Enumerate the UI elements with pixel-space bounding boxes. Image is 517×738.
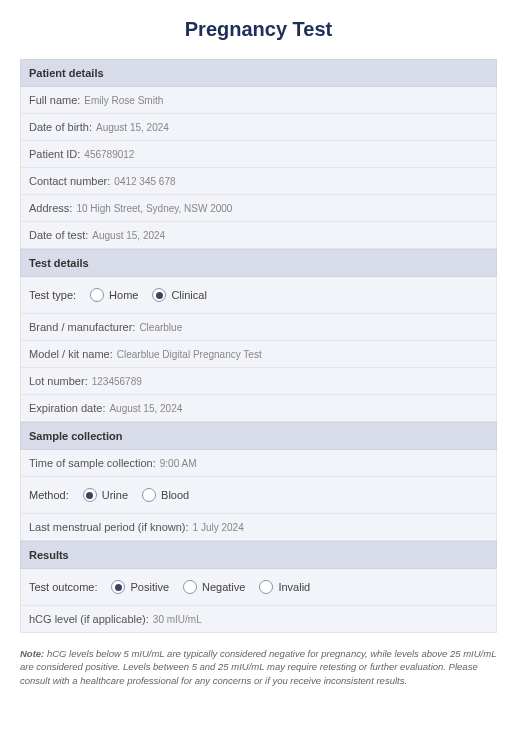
row-time: Time of sample collection: 9:00 AM (20, 450, 497, 477)
label-testtype: Test type: (29, 289, 76, 301)
row-lot: Lot number: 123456789 (20, 368, 497, 395)
row-contact: Contact number: 0412 345 678 (20, 168, 497, 195)
value-dob: August 15, 2024 (96, 122, 169, 133)
radio-icon (142, 488, 156, 502)
value-model: Clearblue Digital Pregnancy Test (117, 349, 262, 360)
note: Note: hCG levels below 5 mIU/mL are typi… (20, 647, 497, 687)
value-testdate: August 15, 2024 (92, 230, 165, 241)
radio-icon (152, 288, 166, 302)
label-contact: Contact number: (29, 175, 110, 187)
radio-label-clinical: Clinical (171, 289, 206, 301)
radio-option-invalid[interactable]: Invalid (259, 580, 310, 594)
radio-option-positive[interactable]: Positive (111, 580, 169, 594)
row-brand: Brand / manufacturer: Clearblue (20, 314, 497, 341)
label-fullname: Full name: (29, 94, 80, 106)
value-lmp: 1 July 2024 (193, 522, 244, 533)
radio-option-home[interactable]: Home (90, 288, 138, 302)
row-testtype: Test type: Home Clinical (20, 277, 497, 314)
radio-label-urine: Urine (102, 489, 128, 501)
label-expiration: Expiration date: (29, 402, 105, 414)
radio-option-urine[interactable]: Urine (83, 488, 128, 502)
row-fullname: Full name: Emily Rose Smith (20, 87, 497, 114)
note-label: Note: (20, 648, 44, 659)
row-hcg: hCG level (if applicable): 30 mIU/mL (20, 606, 497, 633)
label-address: Address: (29, 202, 72, 214)
row-outcome: Test outcome: Positive Negative Invalid (20, 569, 497, 606)
label-hcg: hCG level (if applicable): (29, 613, 149, 625)
label-patientid: Patient ID: (29, 148, 80, 160)
radio-label-invalid: Invalid (278, 581, 310, 593)
row-method: Method: Urine Blood (20, 477, 497, 514)
value-lot: 123456789 (92, 376, 142, 387)
radio-icon (111, 580, 125, 594)
row-expiration: Expiration date: August 15, 2024 (20, 395, 497, 422)
value-patientid: 456789012 (84, 149, 134, 160)
radio-label-positive: Positive (130, 581, 169, 593)
label-method: Method: (29, 489, 69, 501)
value-address: 10 High Street, Sydney, NSW 2000 (76, 203, 232, 214)
note-text: hCG levels below 5 mIU/mL are typically … (20, 648, 496, 686)
section-header-test: Test details (20, 249, 497, 277)
section-header-sample: Sample collection (20, 422, 497, 450)
value-fullname: Emily Rose Smith (84, 95, 163, 106)
label-brand: Brand / manufacturer: (29, 321, 135, 333)
row-testdate: Date of test: August 15, 2024 (20, 222, 497, 249)
label-testdate: Date of test: (29, 229, 88, 241)
value-expiration: August 15, 2024 (109, 403, 182, 414)
radio-group-testtype: Home Clinical (90, 288, 207, 302)
radio-label-home: Home (109, 289, 138, 301)
radio-icon (90, 288, 104, 302)
radio-label-blood: Blood (161, 489, 189, 501)
radio-icon (259, 580, 273, 594)
section-header-patient: Patient details (20, 59, 497, 87)
radio-group-outcome: Positive Negative Invalid (111, 580, 310, 594)
value-brand: Clearblue (139, 322, 182, 333)
radio-icon (83, 488, 97, 502)
radio-label-negative: Negative (202, 581, 245, 593)
value-contact: 0412 345 678 (114, 176, 175, 187)
label-model: Model / kit name: (29, 348, 113, 360)
radio-group-method: Urine Blood (83, 488, 189, 502)
row-patientid: Patient ID: 456789012 (20, 141, 497, 168)
label-lot: Lot number: (29, 375, 88, 387)
row-lmp: Last menstrual period (if known): 1 July… (20, 514, 497, 541)
label-time: Time of sample collection: (29, 457, 156, 469)
label-outcome: Test outcome: (29, 581, 97, 593)
label-lmp: Last menstrual period (if known): (29, 521, 189, 533)
section-header-results: Results (20, 541, 497, 569)
label-dob: Date of birth: (29, 121, 92, 133)
radio-icon (183, 580, 197, 594)
radio-option-negative[interactable]: Negative (183, 580, 245, 594)
page-title: Pregnancy Test (20, 18, 497, 41)
row-address: Address: 10 High Street, Sydney, NSW 200… (20, 195, 497, 222)
value-hcg: 30 mIU/mL (153, 614, 202, 625)
row-model: Model / kit name: Clearblue Digital Preg… (20, 341, 497, 368)
value-time: 9:00 AM (160, 458, 197, 469)
radio-option-blood[interactable]: Blood (142, 488, 189, 502)
row-dob: Date of birth: August 15, 2024 (20, 114, 497, 141)
radio-option-clinical[interactable]: Clinical (152, 288, 206, 302)
